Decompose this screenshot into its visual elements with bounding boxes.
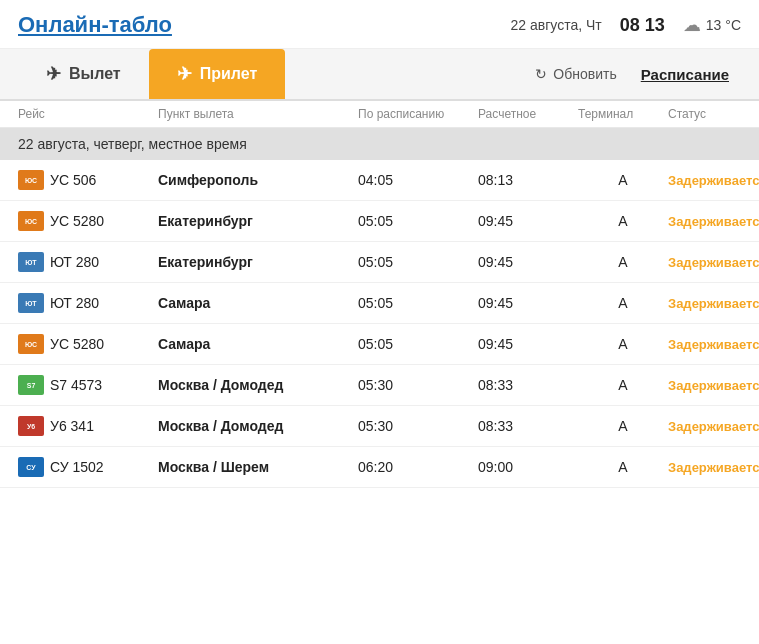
airline-logo: S7 [18, 375, 44, 395]
col-terminal: Терминал [578, 107, 668, 121]
flight-code: S7 4573 [50, 377, 102, 393]
departure-label: Вылет [69, 65, 121, 83]
flight-number: ЮТ ЮТ 280 [18, 252, 158, 272]
weather-icon: ☁ [683, 14, 701, 36]
table-row[interactable]: S7 S7 4573 Москва / Домодед 05:30 08:33 … [0, 365, 759, 406]
flight-origin: Москва / Шерем [158, 459, 358, 475]
flight-scheduled: 05:05 [358, 295, 478, 311]
tab-bar: ✈ Вылет ✈ Прилет ↻ Обновить Расписание [0, 49, 759, 101]
flight-scheduled: 05:05 [358, 254, 478, 270]
flight-number: ЮТ ЮТ 280 [18, 293, 158, 313]
flight-code: ЮТ 280 [50, 295, 99, 311]
flight-origin: Самара [158, 295, 358, 311]
flight-estimated: 09:45 [478, 295, 578, 311]
flight-code: УС 5280 [50, 336, 104, 352]
col-status: Статус [668, 107, 741, 121]
flight-scheduled: 05:05 [358, 336, 478, 352]
col-estimated: Расчетное [478, 107, 578, 121]
flight-scheduled: 05:05 [358, 213, 478, 229]
table-row[interactable]: У6 У6 341 Москва / Домодед 05:30 08:33 А… [0, 406, 759, 447]
temperature: 13 °С [706, 17, 741, 33]
flight-estimated: 08:33 [478, 418, 578, 434]
tab-arrival[interactable]: ✈ Прилет [149, 49, 286, 99]
schedule-link[interactable]: Расписание [629, 58, 741, 91]
airline-logo: ЮС [18, 170, 44, 190]
table-row[interactable]: ЮТ ЮТ 280 Екатеринбург 05:05 09:45 А Зад… [0, 242, 759, 283]
flight-estimated: 09:00 [478, 459, 578, 475]
flight-code: ЮТ 280 [50, 254, 99, 270]
col-flight: Рейс [18, 107, 158, 121]
flight-scheduled: 05:30 [358, 377, 478, 393]
flight-number: СУ СУ 1502 [18, 457, 158, 477]
col-scheduled: По расписанию [358, 107, 478, 121]
flight-terminal: А [578, 377, 668, 393]
flight-scheduled: 06:20 [358, 459, 478, 475]
flight-terminal: А [578, 254, 668, 270]
flight-origin: Москва / Домодед [158, 418, 358, 434]
airline-logo: ЮТ [18, 252, 44, 272]
site-title[interactable]: Онлайн-табло [18, 12, 172, 38]
arrival-label: Прилет [200, 65, 258, 83]
flight-status: Задерживается [668, 255, 759, 270]
tab-departure[interactable]: ✈ Вылет [18, 49, 149, 99]
flight-number: ЮС УС 5280 [18, 211, 158, 231]
arrival-icon: ✈ [177, 63, 192, 85]
header-weather: ☁ 13 °С [683, 14, 741, 36]
flight-estimated: 08:13 [478, 172, 578, 188]
flight-terminal: А [578, 418, 668, 434]
flight-status: Задерживается [668, 419, 759, 434]
flight-estimated: 09:45 [478, 336, 578, 352]
flight-estimated: 08:33 [478, 377, 578, 393]
flight-code: УС 5280 [50, 213, 104, 229]
flight-code: УС 506 [50, 172, 96, 188]
flight-terminal: А [578, 172, 668, 188]
airline-logo: У6 [18, 416, 44, 436]
flight-origin: Екатеринбург [158, 213, 358, 229]
flight-origin: Симферополь [158, 172, 358, 188]
table-header: Рейс Пункт вылета По расписанию Расчетно… [0, 101, 759, 128]
flight-status: Задерживается [668, 460, 759, 475]
col-origin: Пункт вылета [158, 107, 358, 121]
flight-terminal: А [578, 295, 668, 311]
flight-number: S7 S7 4573 [18, 375, 158, 395]
flight-status: Задерживается [668, 214, 759, 229]
header: Онлайн-табло 22 августа, Чт 08 13 ☁ 13 °… [0, 0, 759, 49]
refresh-button[interactable]: ↻ Обновить [523, 58, 628, 90]
flights-list: ЮС УС 506 Симферополь 04:05 08:13 А Заде… [0, 160, 759, 488]
flight-terminal: А [578, 213, 668, 229]
header-info: 22 августа, Чт 08 13 ☁ 13 °С [511, 14, 741, 36]
flight-scheduled: 04:05 [358, 172, 478, 188]
flight-status: Задерживается [668, 173, 759, 188]
table-row[interactable]: ЮС УС 5280 Самара 05:05 09:45 А Задержив… [0, 324, 759, 365]
table-row[interactable]: ЮС УС 5280 Екатеринбург 05:05 09:45 А За… [0, 201, 759, 242]
table-row[interactable]: ЮТ ЮТ 280 Самара 05:05 09:45 А Задержива… [0, 283, 759, 324]
flight-status: Задерживается [668, 337, 759, 352]
flight-origin: Екатеринбург [158, 254, 358, 270]
flight-terminal: А [578, 336, 668, 352]
flight-status: Задерживается [668, 378, 759, 393]
flight-status: Задерживается [668, 296, 759, 311]
flight-estimated: 09:45 [478, 213, 578, 229]
flight-terminal: А [578, 459, 668, 475]
departure-icon: ✈ [46, 63, 61, 85]
refresh-icon: ↻ [535, 66, 547, 82]
flight-code: СУ 1502 [50, 459, 104, 475]
flight-number: ЮС УС 506 [18, 170, 158, 190]
flight-number: У6 У6 341 [18, 416, 158, 436]
date-row: 22 августа, четверг, местное время [0, 128, 759, 160]
table-row[interactable]: ЮС УС 506 Симферополь 04:05 08:13 А Заде… [0, 160, 759, 201]
flight-scheduled: 05:30 [358, 418, 478, 434]
airline-logo: СУ [18, 457, 44, 477]
table-row[interactable]: СУ СУ 1502 Москва / Шерем 06:20 09:00 А … [0, 447, 759, 488]
header-time: 08 13 [620, 15, 665, 36]
flight-number: ЮС УС 5280 [18, 334, 158, 354]
flight-origin: Самара [158, 336, 358, 352]
flight-code: У6 341 [50, 418, 94, 434]
header-date: 22 августа, Чт [511, 17, 602, 33]
refresh-label: Обновить [553, 66, 616, 82]
airline-logo: ЮТ [18, 293, 44, 313]
airline-logo: ЮС [18, 211, 44, 231]
flight-estimated: 09:45 [478, 254, 578, 270]
flight-origin: Москва / Домодед [158, 377, 358, 393]
airline-logo: ЮС [18, 334, 44, 354]
